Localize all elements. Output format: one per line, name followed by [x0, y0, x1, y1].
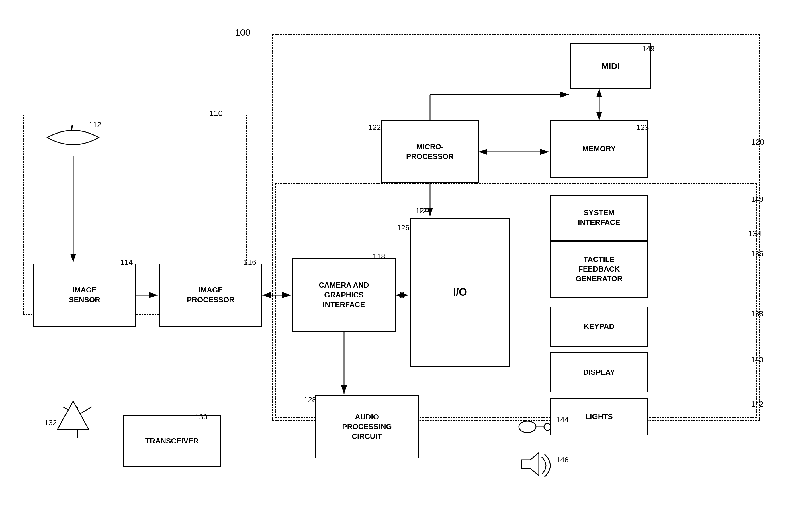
- ref-100: 100: [235, 27, 250, 38]
- ref-122: 122: [368, 123, 381, 132]
- midi-label: MIDI: [601, 60, 620, 72]
- tactile-feedback-label: TACTILE FEEDBACK GENERATOR: [575, 255, 623, 284]
- audio-processing-label: AUDIO PROCESSING CIRCUIT: [342, 412, 391, 441]
- ref-114: 114: [121, 258, 133, 267]
- image-processor-block: IMAGE PROCESSOR: [159, 264, 262, 327]
- transceiver-block: TRANSCEIVER: [123, 415, 221, 467]
- svg-marker-8: [522, 453, 539, 476]
- antenna-triangle: [54, 398, 92, 435]
- ref-124: 124: [416, 206, 428, 215]
- svg-marker-4: [57, 401, 89, 430]
- memory-block: MEMORY: [550, 120, 648, 178]
- camera-graphics-label: CAMERA AND GRAPHICS INTERFACE: [319, 281, 369, 309]
- io-block: I/O: [410, 218, 510, 367]
- microprocessor-label: MICRO- PROCESSOR: [406, 142, 454, 162]
- ref-130: 130: [195, 413, 207, 421]
- midi-block: MIDI: [570, 43, 651, 89]
- ref-126: 126: [397, 224, 409, 232]
- ref-140: 140: [751, 355, 763, 364]
- label-i: I: [70, 123, 73, 134]
- transceiver-label: TRANSCEIVER: [145, 436, 199, 446]
- io-label: I/O: [453, 286, 467, 299]
- ref-118: 118: [373, 252, 385, 261]
- keypad-block: KEYPAD: [550, 306, 648, 347]
- ref-136: 136: [751, 249, 763, 258]
- image-sensor-block: IMAGE SENSOR: [33, 264, 136, 327]
- system-interface-label: SYSTEM INTERFACE: [578, 208, 620, 227]
- ref-123: 123: [637, 123, 649, 132]
- ref-144: 144: [556, 415, 568, 424]
- tactile-feedback-block: TACTILE FEEDBACK GENERATOR: [550, 241, 648, 298]
- display-label: DISPLAY: [583, 367, 615, 377]
- svg-point-7: [544, 423, 550, 430]
- ref-112: 112: [89, 120, 101, 129]
- ref-142: 142: [751, 400, 763, 408]
- keypad-label: KEYPAD: [584, 322, 614, 331]
- microprocessor-block: MICRO- PROCESSOR: [381, 120, 479, 183]
- ref-149: 149: [642, 44, 655, 53]
- system-interface-block: SYSTEM INTERFACE: [550, 195, 648, 241]
- ref-132: 132: [44, 418, 57, 427]
- ref-148: 148: [751, 195, 763, 204]
- audio-processing-block: AUDIO PROCESSING CIRCUIT: [315, 395, 419, 458]
- ref-128: 128: [304, 395, 316, 404]
- speaker-icon: [516, 450, 553, 481]
- ref-134: 134: [748, 229, 761, 239]
- ref-116: 116: [244, 258, 256, 267]
- ref-110: 110: [209, 109, 223, 118]
- earphone-icon: [516, 415, 550, 438]
- image-sensor-label: IMAGE SENSOR: [69, 285, 100, 305]
- ref-138: 138: [751, 309, 763, 318]
- lights-label: LIGHTS: [585, 412, 612, 422]
- camera-graphics-block: CAMERA AND GRAPHICS INTERFACE: [292, 258, 395, 332]
- memory-label: MEMORY: [583, 144, 616, 154]
- diagram: 100 110 120 134 I 112 IMAGE SENSOR 114 I…: [0, 0, 792, 532]
- display-block: DISPLAY: [550, 353, 648, 393]
- ref-146: 146: [556, 456, 568, 464]
- svg-point-5: [519, 421, 536, 433]
- ref-120: 120: [751, 137, 765, 147]
- image-processor-label: IMAGE PROCESSOR: [187, 285, 235, 305]
